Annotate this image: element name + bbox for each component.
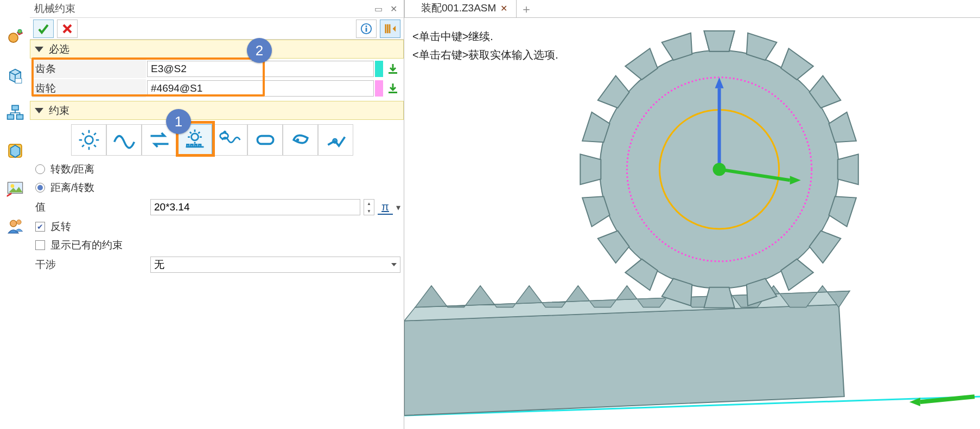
close-icon[interactable]: ✕ (387, 3, 399, 14)
property-panel: 机械约束 ▭ ✕ 必选 (30, 0, 404, 429)
svg-rect-13 (366, 28, 367, 31)
svg-rect-5 (16, 114, 23, 119)
rack-pick-button[interactable] (384, 61, 402, 77)
svg-point-12 (366, 25, 367, 27)
type-path-button[interactable] (106, 124, 142, 156)
svg-rect-15 (389, 92, 397, 93)
interference-combo[interactable]: 无 (150, 257, 400, 273)
radio-dist-rev-label: 距离/转数 (50, 181, 94, 195)
svg-point-8 (10, 184, 14, 188)
section-constraint-label: 约束 (49, 104, 69, 118)
chevron-down-icon (35, 47, 43, 52)
chevron-down-icon (391, 263, 397, 266)
type-cam-button[interactable] (283, 124, 318, 156)
value-spinner[interactable]: ▲▼ (364, 199, 374, 215)
viewport-column: 装配001.Z3ASM ✕ ＋ (404, 0, 980, 429)
type-slot-button[interactable] (247, 124, 283, 156)
radio-rev-dist[interactable]: 转数/距离 (33, 162, 400, 176)
svg-rect-3 (12, 105, 18, 110)
tool-user-icon[interactable] (5, 217, 26, 236)
gear-row: 齿轮 (32, 79, 402, 98)
tab-active[interactable]: 装配001.Z3ASM ✕ (404, 0, 517, 17)
radio-icon (35, 164, 45, 174)
show-existing-label: 显示已有的约束 (50, 238, 123, 252)
checkbox-checked-icon: ✔ (35, 222, 45, 232)
hint-line-1: <单击中键>继续. (412, 27, 558, 46)
svg-point-16 (85, 136, 93, 144)
type-screw-button[interactable] (212, 124, 247, 156)
radio-icon (35, 183, 45, 193)
tool-solid-icon[interactable] (5, 141, 26, 161)
checkbox-icon (35, 240, 45, 250)
svg-rect-4 (7, 114, 14, 119)
gear-pick-button[interactable] (384, 80, 402, 97)
panel-titlebar: 机械约束 ▭ ✕ (30, 0, 404, 18)
type-linear-button[interactable] (142, 124, 177, 156)
panel-title: 机械约束 (34, 2, 75, 16)
rack-input[interactable] (147, 61, 374, 77)
gear-label: 齿轮 (32, 79, 146, 98)
svg-point-28 (713, 163, 726, 176)
gear-input[interactable] (147, 80, 374, 97)
viewport-hints: <单击中键>继续. <单击右键>获取实体输入选项. (412, 27, 558, 64)
chevron-down-icon (35, 108, 43, 113)
section-required[interactable]: 必选 (30, 40, 404, 59)
dock-button[interactable] (380, 20, 400, 38)
section-required-label: 必选 (49, 42, 69, 56)
svg-point-9 (10, 220, 16, 227)
svg-point-1 (18, 29, 22, 33)
svg-rect-18 (257, 136, 273, 144)
radio-rev-dist-label: 转数/距离 (50, 162, 94, 176)
value-row: 值 ▲▼ π ▾ (33, 199, 400, 215)
rack-label: 齿条 (32, 60, 146, 78)
value-input[interactable] (150, 199, 360, 215)
radio-dist-rev[interactable]: 距离/转数 (33, 181, 400, 195)
close-tab-icon[interactable]: ✕ (500, 3, 507, 14)
document-tabs: 装配001.Z3ASM ✕ ＋ (404, 0, 980, 18)
rack-color-chip (375, 61, 383, 77)
section-constraint[interactable]: 约束 (30, 101, 404, 120)
ok-button[interactable] (33, 20, 54, 38)
svg-line-29 (920, 396, 975, 402)
left-toolbar (0, 0, 30, 429)
tool-box-icon[interactable] (5, 65, 26, 85)
svg-rect-14 (389, 72, 397, 74)
type-rack-pinion-button[interactable] (177, 124, 212, 156)
reverse-label: 反转 (50, 220, 71, 234)
gear-color-chip (375, 80, 383, 97)
panel-top-controls (30, 18, 404, 40)
tab-label: 装配001.Z3ASM (421, 1, 496, 15)
cancel-button[interactable] (57, 20, 78, 38)
hint-line-2: <单击右键>获取实体输入选项. (412, 46, 558, 64)
reverse-check[interactable]: ✔ 反转 (33, 220, 400, 234)
new-tab-button[interactable]: ＋ (517, 1, 536, 17)
interference-label: 干涉 (33, 258, 147, 272)
value-label: 值 (33, 200, 147, 214)
interference-value: 无 (154, 258, 164, 272)
svg-rect-2 (15, 79, 22, 84)
tool-constraint-icon[interactable] (5, 27, 26, 47)
svg-point-0 (9, 33, 18, 42)
type-gear-button[interactable] (71, 124, 106, 156)
svg-point-10 (16, 220, 21, 225)
type-universal-button[interactable] (318, 124, 353, 156)
tool-tree-icon[interactable] (5, 103, 26, 123)
constraint-types-row: 1 (33, 122, 400, 158)
show-existing-check[interactable]: 显示已有的约束 (33, 238, 400, 252)
svg-point-17 (191, 133, 198, 140)
viewport-3d[interactable] (404, 18, 980, 429)
tool-image-icon[interactable] (5, 179, 26, 199)
rack-row: 齿条 (32, 60, 402, 78)
pi-button[interactable]: π (378, 200, 393, 215)
info-button[interactable] (356, 20, 377, 38)
svg-point-19 (296, 138, 299, 142)
interference-row: 干涉 无 (33, 257, 400, 273)
value-menu-caret[interactable]: ▾ (396, 202, 400, 213)
minimize-icon[interactable]: ▭ (372, 3, 384, 14)
